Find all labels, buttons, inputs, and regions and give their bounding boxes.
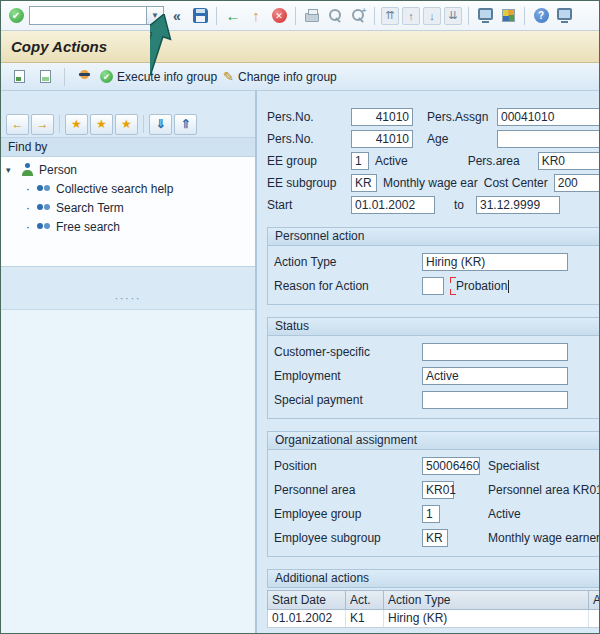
customer-specific-field[interactable] <box>422 343 568 361</box>
form-row: Position 50006460 Specialist <box>274 456 599 476</box>
reason-text-value: Probation <box>456 279 507 293</box>
persno-field[interactable]: 41010 <box>351 130 413 148</box>
ee-subgroup-field[interactable]: KR <box>351 174 377 192</box>
last-page-icon[interactable]: ⇊ <box>444 7 462 25</box>
pers-area-field[interactable]: KR0 <box>538 152 599 170</box>
display-doc-button[interactable] <box>9 67 29 87</box>
print-button[interactable] <box>302 6 322 26</box>
find-button[interactable] <box>325 6 345 26</box>
back-icon[interactable]: ← <box>223 6 243 26</box>
position-field[interactable]: 50006460 <box>422 457 480 475</box>
employee-subgroup-field[interactable]: KR <box>422 529 448 547</box>
find-by-header: Find by <box>1 137 255 157</box>
collapse-icon[interactable]: « <box>167 6 187 26</box>
field-label: EE subgroup <box>267 176 351 190</box>
exit-icon[interactable]: ↑ <box>246 6 266 26</box>
change-info-group-button[interactable]: ✎ Change info group <box>223 69 337 84</box>
cost-center-field[interactable]: 200 <box>554 174 599 192</box>
nav-forward-button[interactable]: → <box>31 114 54 135</box>
pencil-icon: ✎ <box>223 69 234 84</box>
bullet-icon: · <box>26 220 32 234</box>
search-tree: ▾ Person · Collective search help · Sear… <box>1 157 255 267</box>
form-row: Employee subgroup KR Monthly wage earner <box>274 528 599 548</box>
field-description: Monthly wage ear <box>383 176 478 190</box>
persno-field[interactable]: 41010 <box>351 108 413 126</box>
tree-item-collective-search[interactable]: · Collective search help <box>6 179 250 198</box>
page-down-icon[interactable]: ↓ <box>423 7 441 25</box>
help-icon: ? <box>534 8 549 23</box>
ee-group-field[interactable]: 1 <box>351 152 369 170</box>
table-row[interactable]: 01.01.2002 K1 Hiring (KR) <box>267 610 599 628</box>
add-favorite-button[interactable]: ★ <box>65 114 88 135</box>
overview-button[interactable] <box>74 67 94 87</box>
hit-list-area <box>1 309 255 633</box>
toolbar-separator <box>468 7 469 25</box>
command-input[interactable] <box>29 6 147 25</box>
delete-favorite-button[interactable]: ★ <box>115 114 138 135</box>
personnel-area-field[interactable]: KR01 <box>422 481 454 499</box>
employee-group-field[interactable]: 1 <box>422 505 440 523</box>
special-payment-field[interactable] <box>422 391 568 409</box>
persassgn-field[interactable]: 00041010 <box>497 108 599 126</box>
age-field[interactable] <box>497 130 599 148</box>
start-date-field[interactable]: 01.01.2002 <box>351 196 435 214</box>
action-type-field[interactable]: Hiring (KR) <box>422 253 568 271</box>
panel-splitter[interactable]: ····· <box>1 267 255 309</box>
section-title: Organizational assignment <box>268 432 599 450</box>
save-button[interactable] <box>190 6 210 26</box>
field-label: Customer-specific <box>274 345 422 359</box>
create-shortcut-button[interactable] <box>498 6 518 26</box>
new-session-button[interactable] <box>475 6 495 26</box>
expander-icon[interactable]: ▾ <box>6 165 16 175</box>
binoculars-icon <box>37 204 51 211</box>
field-label: to <box>454 198 470 212</box>
enter-button[interactable]: ✔ <box>6 6 26 26</box>
binoculars-icon <box>37 185 51 192</box>
find-next-button[interactable]: + <box>348 6 368 26</box>
bullet-icon: · <box>26 201 32 215</box>
person-overview-icon <box>78 70 91 83</box>
nav-back-button[interactable]: ← <box>6 114 29 135</box>
splitter-handle[interactable]: ····· <box>115 293 142 304</box>
column-header[interactable]: Act. <box>346 591 384 609</box>
execute-info-group-button[interactable]: ✔ Execute info group <box>100 70 217 84</box>
field-label: Employee group <box>274 507 422 521</box>
end-date-field[interactable]: 31.12.9999 <box>476 196 560 214</box>
sort-descending-button[interactable]: ⇓ <box>149 114 172 135</box>
customize-button[interactable] <box>554 6 574 26</box>
column-header[interactable]: A <box>589 591 599 609</box>
form-row: Customer-specific <box>274 342 599 362</box>
field-label: Pers.Assgn <box>427 110 497 124</box>
document-copy-icon <box>40 70 51 83</box>
enter-check-icon: ✔ <box>9 8 24 23</box>
cancel-button[interactable]: ✕ <box>269 6 289 26</box>
help-button[interactable]: ? <box>531 6 551 26</box>
column-header[interactable]: Action Type <box>384 591 589 609</box>
save-icon <box>193 8 208 23</box>
sort-ascending-button[interactable]: ⇑ <box>174 114 197 135</box>
new-session-icon <box>478 8 493 20</box>
column-header[interactable]: Start Date <box>268 591 346 609</box>
tree-item-search-term[interactable]: · Search Term <box>6 198 250 217</box>
find-icon <box>329 9 342 22</box>
toolbar-separator <box>143 115 144 133</box>
field-label: Position <box>274 459 422 473</box>
first-page-icon[interactable]: ⇈ <box>381 7 399 25</box>
field-label: Action Type <box>274 255 422 269</box>
form-row: Special payment <box>274 390 599 410</box>
reason-text[interactable]: Probation <box>452 279 513 293</box>
field-label: Personnel area <box>274 483 422 497</box>
form-panel: Pers.No. 41010 Pers.Assgn 00041010 Pers.… <box>257 91 599 633</box>
form-row: EE subgroup KR Monthly wage ear Cost Cen… <box>267 173 599 193</box>
additional-actions-table: Start Date Act. Action Type A 01.01.2002… <box>267 590 599 628</box>
copy-doc-button[interactable] <box>35 67 55 87</box>
tree-item-free-search[interactable]: · Free search <box>6 217 250 236</box>
change-favorite-button[interactable]: ★ <box>90 114 113 135</box>
reason-for-action-field[interactable] <box>422 277 444 295</box>
toolbar-separator <box>216 7 217 25</box>
page-up-icon[interactable]: ↑ <box>402 7 420 25</box>
employment-field[interactable]: Active <box>422 367 568 385</box>
tree-node-person[interactable]: ▾ Person <box>6 160 250 179</box>
personnel-action-section: Personnel action Action Type Hiring (KR)… <box>267 227 599 305</box>
dropdown-icon[interactable]: ▼ <box>147 6 164 25</box>
